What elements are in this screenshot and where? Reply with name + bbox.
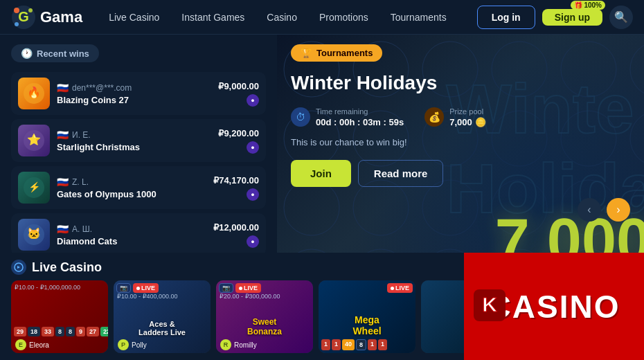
trophy-icon: 🏆 xyxy=(301,48,312,58)
bet-range: ₽20.00 - ₽300,000.00 xyxy=(220,293,280,300)
win-info: 🇷🇺 А. Ш. Diamond Cats xyxy=(57,224,206,246)
win-item[interactable]: ⚡ 🇷🇺 Z. L. Gates of Olympus 1000 ₽74,170… xyxy=(11,166,266,209)
game-thumb-starlight: ⭐ xyxy=(18,125,50,156)
dealer-name: Romilly xyxy=(234,341,257,349)
game-thumb-cats: 🐱 xyxy=(18,219,50,251)
arrow-navigation: ‹ › xyxy=(578,198,630,222)
dealer-avatar: R xyxy=(220,339,231,350)
win-list: 🔥 🇷🇺 den***@***.com Blazing Coins 27 ₽9,… xyxy=(11,72,266,256)
game-card-sweet[interactable]: 📷 LIVE ₽20.00 - ₽300,000.00 SweetBonanza… xyxy=(216,280,313,353)
win-item[interactable]: ⭐ 🇷🇺 И. Е. Starlight Christmas ₽9,200.00… xyxy=(11,119,266,162)
win-game-name: Starlight Christmas xyxy=(57,142,211,152)
casino-promo-logo: K K xyxy=(472,288,507,325)
win-game-name: Gates of Olympus 1000 xyxy=(57,189,206,199)
read-more-button[interactable]: Read more xyxy=(358,160,444,187)
nav-promotions[interactable]: Promotions xyxy=(310,8,378,27)
win-amount: ₽9,000.00 xyxy=(218,81,259,91)
section-title: Live Casino xyxy=(11,260,102,275)
tournament-card: 🏆 Tournaments Winter Holidays ⏱ Time rem… xyxy=(277,35,644,197)
clock-icon: 🕐 xyxy=(21,48,33,59)
dealer-avatar: P xyxy=(118,339,129,350)
win-amount-wrap: ₽9,000.00 ● xyxy=(218,81,259,107)
svg-text:🔥: 🔥 xyxy=(27,86,41,99)
win-dot-icon: ● xyxy=(247,235,259,248)
time-icon: ⏱ xyxy=(291,107,310,127)
game-card-aces[interactable]: 📷 LIVE ₽10.00 - ₽400,000.00 Aces &Ladder… xyxy=(114,280,211,353)
game-title: MegaWheel xyxy=(352,314,381,336)
win-dot-icon: ● xyxy=(247,188,259,201)
svg-text:G: G xyxy=(18,9,29,24)
nav-instant-games[interactable]: Instant Games xyxy=(172,8,254,27)
win-user: 🇷🇺 А. Ш. xyxy=(57,224,206,235)
tournament-title: Winter Holidays xyxy=(291,71,630,95)
svg-point-3 xyxy=(28,8,33,12)
svg-text:🐱: 🐱 xyxy=(27,227,41,240)
dealer-label: R Romilly xyxy=(220,339,257,350)
win-info: 🇷🇺 Z. L. Gates of Olympus 1000 xyxy=(57,177,206,199)
win-user: 🇷🇺 den***@***.com xyxy=(57,82,211,93)
dealer-name: Eleora xyxy=(29,341,49,349)
logo[interactable]: G Gama xyxy=(11,5,82,30)
search-icon: 🔍 xyxy=(614,10,628,24)
win-info: 🇷🇺 den***@***.com Blazing Coins 27 xyxy=(57,82,211,105)
flag-icon: 🇷🇺 xyxy=(57,129,69,141)
prize-value: 7,000 🪙 xyxy=(449,117,486,127)
section-icon xyxy=(11,260,26,275)
dealer-avatar: E xyxy=(15,339,26,350)
casino-promo: K K CASINO xyxy=(464,253,644,360)
stat-info: Time remaining 00d : 00h : 03m : 59s xyxy=(316,107,404,127)
prev-arrow-button[interactable]: ‹ xyxy=(578,198,601,222)
svg-text:⚡: ⚡ xyxy=(28,181,41,193)
login-button[interactable]: Log in xyxy=(477,6,535,29)
win-item[interactable]: 🔥 🇷🇺 den***@***.com Blazing Coins 27 ₽9,… xyxy=(11,72,266,115)
win-amount-wrap: ₽12,000.00 ● xyxy=(213,222,259,248)
win-amount: ₽74,170.00 xyxy=(213,175,259,186)
dealer-label: P Polly xyxy=(118,339,147,350)
game-thumb-blazing: 🔥 xyxy=(18,78,50,109)
win-amount: ₽9,200.00 xyxy=(218,128,259,138)
win-item[interactable]: 🐱 🇷🇺 А. Ш. Diamond Cats ₽12,000.00 ● xyxy=(11,213,266,256)
game-title: SweetBonanza xyxy=(247,317,282,336)
svg-text:⭐: ⭐ xyxy=(27,133,41,146)
stat-time: ⏱ Time remaining 00d : 00h : 03m : 59s xyxy=(291,107,404,127)
win-dot-icon: ● xyxy=(247,94,259,107)
win-dot-icon: ● xyxy=(247,141,259,154)
nav-casino[interactable]: Casino xyxy=(257,8,307,27)
tournament-description: This is our chance to win big! xyxy=(291,137,630,147)
game-card-mega[interactable]: LIVE MegaWheel 1 1 40 8 1 1 xyxy=(319,280,415,353)
win-game-name: Diamond Cats xyxy=(57,236,206,246)
flag-icon: 🇷🇺 xyxy=(57,177,69,188)
win-user: 🇷🇺 И. Е. xyxy=(57,129,211,141)
search-button[interactable]: 🔍 xyxy=(609,6,633,29)
win-game-name: Blazing Coins 27 xyxy=(57,95,211,105)
svg-point-4 xyxy=(15,22,19,26)
circle-arrow-icon xyxy=(14,262,24,272)
coin-icon: 🪙 xyxy=(475,117,486,127)
game-card-ruletka[interactable]: ₽10.00 - ₽1,000,000.00 29 18 33 8 8 9 27… xyxy=(11,280,108,353)
logo-text: Gama xyxy=(40,8,82,26)
flag-icon: 🇷🇺 xyxy=(57,82,69,93)
recent-wins-badge: 🕐 Recent wins xyxy=(11,44,99,62)
win-info: 🇷🇺 И. Е. Starlight Christmas xyxy=(57,129,211,152)
win-user: 🇷🇺 Z. L. xyxy=(57,177,206,188)
casino-promo-text: CASINO xyxy=(488,288,620,325)
win-amount-wrap: ₽74,170.00 ● xyxy=(213,175,259,201)
next-arrow-button[interactable]: › xyxy=(607,198,630,222)
main-nav: Live Casino Instant Games Casino Promoti… xyxy=(99,8,460,27)
win-amount: ₽12,000.00 xyxy=(213,222,259,233)
stat-prize: 💰 Prize pool 7,000 🪙 xyxy=(424,107,486,127)
nav-live-casino[interactable]: Live Casino xyxy=(99,8,169,27)
bet-range: ₽10.00 - ₽400,000.00 xyxy=(117,293,178,300)
prize-icon: 💰 xyxy=(424,107,444,127)
signup-button[interactable]: 🎁 100% Sign up xyxy=(542,9,602,26)
game-title: Aces &Ladders Live xyxy=(138,320,186,336)
bonus-tag: 🎁 100% xyxy=(571,1,605,10)
flag-icon: 🇷🇺 xyxy=(57,224,69,235)
casino-logo-icon: K K xyxy=(472,288,507,323)
dealer-label: E Eleora xyxy=(15,339,49,350)
tournament-stats: ⏱ Time remaining 00d : 00h : 03m : 59s 💰… xyxy=(291,107,630,127)
nav-tournaments[interactable]: Tournaments xyxy=(381,8,456,27)
tournament-actions: Join Read more xyxy=(291,160,630,187)
join-button[interactable]: Join xyxy=(291,160,351,187)
win-amount-wrap: ₽9,200.00 ● xyxy=(218,128,259,154)
